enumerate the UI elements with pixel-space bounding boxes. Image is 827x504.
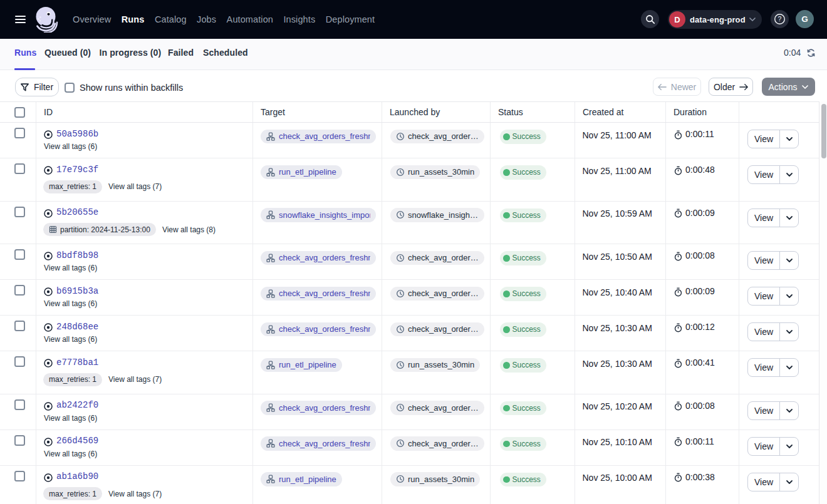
svg-text:?: ? [778,16,782,23]
